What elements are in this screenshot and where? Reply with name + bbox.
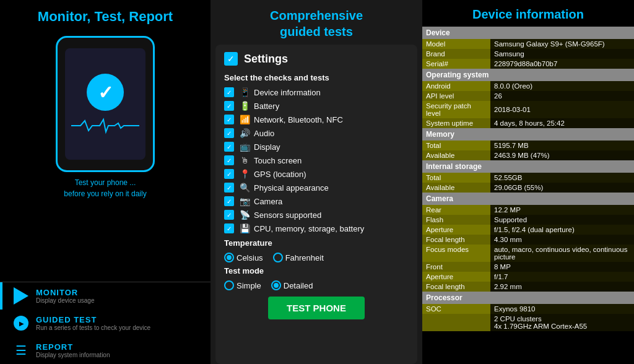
checkbox-10[interactable] <box>224 223 234 233</box>
heartbeat-svg <box>71 117 139 134</box>
checkbox-8[interactable] <box>224 196 234 206</box>
phone-mockup: ✓ Test your phone ... before you rely on… <box>0 30 211 282</box>
checkbox-9[interactable] <box>224 210 234 220</box>
item-label-8: Camera <box>254 197 282 206</box>
checkbox-6[interactable] <box>224 169 234 179</box>
fahrenheit-radio[interactable] <box>273 253 283 262</box>
monitor-icon <box>12 287 30 305</box>
simple-option[interactable]: Simple <box>224 280 261 290</box>
nav-report[interactable]: ☰ REPORT Display system information <box>0 337 211 364</box>
check-item-3[interactable]: 🔊 Audio <box>224 128 409 138</box>
data-row: Android8.0.0 (Oreo) <box>422 81 634 91</box>
check-item-9[interactable]: 📡 Sensors supported <box>224 210 409 220</box>
nav-guided[interactable]: GUIDED TEST Run a series of tests to che… <box>0 310 211 337</box>
checkbox-5[interactable] <box>224 155 234 165</box>
section-header-2: Memory <box>422 128 634 141</box>
checkbox-2[interactable] <box>224 115 234 124</box>
nav-guided-subtitle: Run a series of tests to check your devi… <box>36 324 150 331</box>
middle-header: Comprehensive guided tests <box>211 0 422 45</box>
data-row: Available29.06GB (55%) <box>422 183 634 193</box>
item-label-4: Display <box>254 142 280 152</box>
data-row: SOCExynos 9810 <box>422 304 634 314</box>
checkbox-0[interactable] <box>224 87 234 97</box>
item-icon-6: 📍 <box>239 169 250 179</box>
data-row: Focal length4.30 mm <box>422 235 634 245</box>
nav-report-title: REPORT <box>36 342 110 352</box>
nav-guided-title: GUIDED TEST <box>36 315 150 324</box>
item-label-7: Physical appearance <box>254 183 329 193</box>
data-row: API level26 <box>422 91 634 101</box>
check-item-7[interactable]: 🔍 Physical appearance <box>224 183 409 193</box>
item-label-6: GPS (location) <box>254 170 306 179</box>
settings-title: Settings <box>244 53 288 66</box>
test-phone-button[interactable]: TEST PHONE <box>268 297 365 319</box>
detailed-label: Detailed <box>284 281 313 290</box>
right-header: Device information <box>422 0 634 27</box>
data-row: System uptime4 days, 8 hours, 25:42 <box>422 118 634 128</box>
fahrenheit-label: Fahrenheit <box>285 253 324 262</box>
checkbox-1[interactable] <box>224 101 234 111</box>
data-row: Rear12.2 MP <box>422 205 634 215</box>
data-row: Total5195.7 MB <box>422 141 634 150</box>
section-header-3: Internal storage <box>422 160 634 173</box>
data-row: Security patch level2018-03-01 <box>422 101 634 118</box>
celsius-option[interactable]: Celsius <box>224 253 263 262</box>
data-row: Available2463.9 MB (47%) <box>422 150 634 160</box>
settings-checkbox-icon <box>224 52 238 66</box>
item-label-10: CPU, memory, storage, battery <box>254 224 364 233</box>
item-label-9: Sensors supported <box>254 210 321 220</box>
item-icon-3: 🔊 <box>239 128 250 138</box>
item-label-3: Audio <box>254 129 274 138</box>
item-icon-4: 📺 <box>239 142 250 152</box>
item-icon-1: 🔋 <box>239 101 250 111</box>
test-mode-section: Test mode Simple Detailed <box>224 266 409 290</box>
section-header-4: Camera <box>422 193 634 205</box>
right-panel: Device information DeviceModelSamsung Ga… <box>422 0 634 364</box>
data-row: ModelSamsung Galaxy S9+ (SM-G965F) <box>422 39 634 49</box>
nav-monitor-subtitle: Display device usage <box>36 297 95 304</box>
check-item-8[interactable]: 📷 Camera <box>224 196 409 206</box>
settings-title-row: Settings <box>224 52 409 66</box>
check-item-4[interactable]: 📺 Display <box>224 142 409 152</box>
detailed-radio[interactable] <box>271 280 281 290</box>
temp-label: Temperature <box>224 238 409 248</box>
simple-radio[interactable] <box>224 280 234 290</box>
phone-frame: ✓ <box>56 36 155 172</box>
select-label: Select the checks and tests <box>224 73 409 82</box>
check-item-2[interactable]: 📶 Network, Bluetooth, NFC <box>224 115 409 124</box>
data-row: Focal length2.92 mm <box>422 282 634 292</box>
data-row: Front8 MP <box>422 262 634 272</box>
item-icon-0: 📱 <box>239 87 250 97</box>
nav-monitor[interactable]: MONITOR Display device usage <box>0 282 211 310</box>
test-mode-label: Test mode <box>224 266 409 275</box>
item-label-2: Network, Bluetooth, NFC <box>254 115 343 124</box>
temperature-section: Temperature Celsius Fahrenheit <box>224 238 409 262</box>
item-icon-7: 🔍 <box>239 183 250 193</box>
checkbox-7[interactable] <box>224 183 234 193</box>
celsius-radio[interactable] <box>224 253 234 262</box>
nav-report-subtitle: Display system information <box>36 352 110 358</box>
data-row: Aperturef/1.7 <box>422 272 634 282</box>
detailed-option[interactable]: Detailed <box>271 280 313 290</box>
section-header-0: Device <box>422 27 634 39</box>
left-panel: Monitor, Test, Report ✓ Test your phone … <box>0 0 211 364</box>
item-label-5: Touch screen <box>254 156 302 165</box>
check-item-1[interactable]: 🔋 Battery <box>224 101 409 111</box>
bottom-nav: MONITOR Display device usage GUIDED TEST… <box>0 282 211 364</box>
left-header: Monitor, Test, Report <box>0 0 211 30</box>
check-item-5[interactable]: 🖱 Touch screen <box>224 155 409 165</box>
phone-screen: ✓ <box>65 48 145 160</box>
fahrenheit-option[interactable]: Fahrenheit <box>273 253 324 262</box>
checks-list: 📱 Device information 🔋 Battery 📶 Network… <box>224 87 409 233</box>
item-label-1: Battery <box>254 102 279 111</box>
check-item-6[interactable]: 📍 GPS (location) <box>224 169 409 179</box>
checkbox-4[interactable] <box>224 142 234 152</box>
nav-monitor-title: MONITOR <box>36 288 95 297</box>
middle-panel: Comprehensive guided tests Settings Sele… <box>211 0 422 364</box>
data-row: Serial#228979d88a0b70b7 <box>422 59 634 69</box>
check-item-0[interactable]: 📱 Device information <box>224 87 409 97</box>
checkbox-3[interactable] <box>224 128 234 138</box>
item-label-0: Device information <box>254 88 321 97</box>
device-info-table: DeviceModelSamsung Galaxy S9+ (SM-G965F)… <box>422 27 634 364</box>
check-item-10[interactable]: 💾 CPU, memory, storage, battery <box>224 223 409 233</box>
